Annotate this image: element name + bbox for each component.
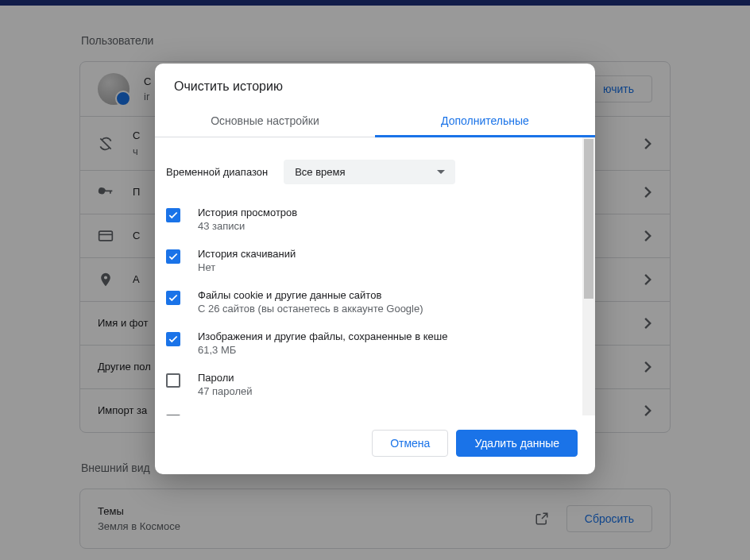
time-range-label: Временной диапазон	[166, 166, 268, 178]
clear-option: История просмотров43 записи	[163, 199, 579, 240]
clear-option: Пароли47 паролей	[163, 364, 579, 405]
option-subtitle: 43 записи	[198, 220, 297, 232]
option-title: История просмотров	[198, 207, 297, 218]
clear-option: Файлы cookie и другие данные сайтовС 26 …	[163, 281, 579, 322]
clear-history-dialog: Очистить историю Основные настройки Допо…	[155, 64, 595, 474]
tab-advanced[interactable]: Дополнительные	[375, 105, 595, 137]
time-range-select[interactable]: Все время	[284, 160, 455, 184]
chevron-down-icon	[436, 169, 446, 176]
modal-scrim[interactable]: Очистить историю Основные настройки Допо…	[0, 0, 750, 560]
checkbox[interactable]	[166, 249, 180, 264]
cancel-button[interactable]: Отмена	[372, 430, 448, 457]
option-title: Изображения и другие файлы, сохраненные …	[198, 330, 447, 342]
time-range-row: Временной диапазон Все время	[163, 145, 579, 199]
option-title: Пароли	[198, 372, 253, 384]
option-subtitle: 47 паролей	[198, 385, 253, 397]
option-title: Данные для автозаполнения	[198, 413, 336, 415]
checkbox[interactable]	[166, 332, 180, 346]
dialog-tabs: Основные настройки Дополнительные	[155, 105, 595, 137]
dialog-scrollbar[interactable]	[582, 137, 595, 415]
checkbox[interactable]	[166, 291, 180, 305]
tab-basic[interactable]: Основные настройки	[155, 105, 375, 137]
clear-option: Изображения и другие файлы, сохраненные …	[163, 322, 579, 364]
dialog-actions: Отмена Удалить данные	[155, 415, 595, 474]
checkbox[interactable]	[166, 415, 180, 415]
option-title: Файлы cookie и другие данные сайтов	[198, 289, 423, 301]
checkbox[interactable]	[166, 208, 180, 222]
clear-option: История скачиванийНет	[163, 240, 579, 281]
clear-option: Данные для автозаполнения	[163, 405, 579, 415]
option-title: История скачиваний	[198, 248, 296, 260]
option-subtitle: Нет	[198, 261, 296, 273]
time-range-value: Все время	[295, 166, 345, 178]
scrollbar-thumb[interactable]	[584, 139, 593, 299]
checkbox[interactable]	[166, 373, 180, 388]
delete-data-button[interactable]: Удалить данные	[456, 430, 578, 457]
option-subtitle: С 26 сайтов (вы останетесь в аккаунте Go…	[198, 303, 423, 315]
dialog-scroll-area: Временной диапазон Все время История про…	[155, 137, 582, 415]
option-subtitle: 61,3 МБ	[198, 344, 447, 356]
dialog-title: Очистить историю	[155, 64, 595, 105]
